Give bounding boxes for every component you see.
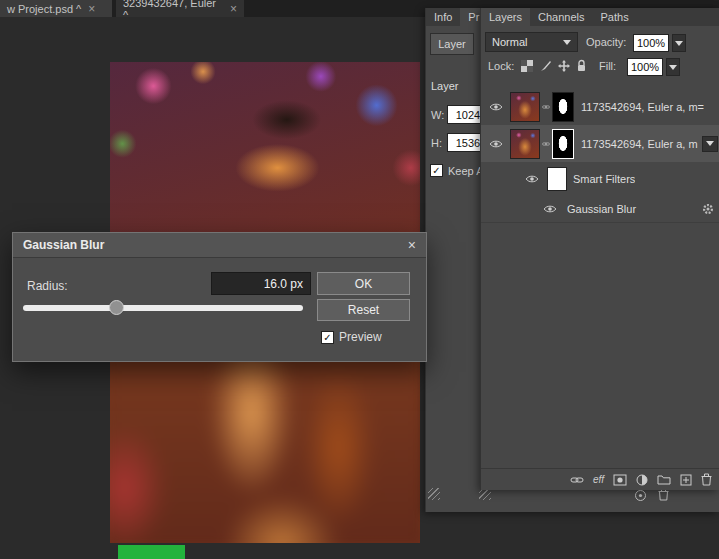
- mask-thumbnail[interactable]: [552, 129, 574, 159]
- app-window: w Project.psd ^ × 3239432647, Euler ^ × …: [0, 0, 719, 559]
- close-icon[interactable]: ×: [408, 237, 416, 253]
- link-icon: [542, 103, 550, 111]
- radius-input[interactable]: 16.0 px: [211, 272, 311, 295]
- gaussian-blur-filter-row[interactable]: Gaussian Blur: [481, 196, 719, 223]
- opacity-label: Opacity:: [586, 36, 626, 48]
- adjustment-layer-icon[interactable]: [636, 474, 648, 486]
- fill-stepper[interactable]: [666, 58, 680, 76]
- doc-tab-project[interactable]: w Project.psd ^ ×: [0, 0, 112, 17]
- radius-label: Radius:: [27, 279, 68, 293]
- lock-move-icon[interactable]: [558, 60, 570, 72]
- check-icon: ✓: [323, 332, 331, 343]
- blend-mode-value: Normal: [492, 36, 527, 48]
- add-mask-icon[interactable]: [613, 474, 627, 486]
- layer-row[interactable]: 1173542694, Euler a, m=: [481, 88, 719, 125]
- blend-mode-select[interactable]: Normal: [485, 32, 578, 52]
- trash-icon[interactable]: [701, 473, 712, 486]
- panel-resize-grip[interactable]: [428, 488, 440, 500]
- close-icon[interactable]: ×: [88, 3, 95, 15]
- radius-slider[interactable]: [23, 305, 303, 311]
- link-icon[interactable]: [570, 475, 584, 485]
- tab-layers[interactable]: Layers: [481, 8, 530, 26]
- keep-aspect-checkbox[interactable]: ✓: [430, 164, 443, 177]
- opacity-stepper[interactable]: [672, 34, 686, 52]
- slider-handle[interactable]: [109, 300, 124, 315]
- smart-filter-thumbnail[interactable]: [547, 167, 567, 191]
- ok-button[interactable]: OK: [317, 272, 410, 295]
- preview-checkbox[interactable]: ✓: [321, 331, 334, 344]
- lock-transparency-icon[interactable]: [521, 60, 533, 72]
- fill-label: Fill:: [599, 60, 616, 72]
- dialog-titlebar[interactable]: Gaussian Blur ×: [13, 233, 426, 258]
- eye-icon[interactable]: [489, 102, 503, 112]
- lock-all-icon[interactable]: [576, 59, 587, 72]
- gaussian-blur-dialog: Gaussian Blur × Radius: 16.0 px OK Reset…: [12, 232, 427, 362]
- opacity-field[interactable]: 100%: [633, 34, 669, 52]
- eye-icon[interactable]: [543, 204, 557, 214]
- smart-filters-label: Smart Filters: [573, 173, 635, 185]
- reset-button[interactable]: Reset: [317, 299, 410, 321]
- gear-icon[interactable]: [702, 203, 714, 215]
- height-label: H:: [431, 137, 442, 149]
- lock-label: Lock:: [488, 60, 514, 72]
- fx-icon[interactable]: eff: [593, 474, 604, 485]
- doc-tab-euler[interactable]: 3239432647, Euler ^ ×: [116, 0, 244, 17]
- width-label: W:: [431, 109, 444, 121]
- layer-name[interactable]: 1173542694, Euler a, m=: [581, 101, 704, 113]
- layers-panel: Layers Channels Paths Normal Opacity: 10…: [480, 8, 719, 490]
- green-bar: [118, 545, 185, 559]
- mask-thumbnail[interactable]: [552, 92, 574, 122]
- lock-paint-brush-icon[interactable]: [540, 60, 552, 72]
- chevron-down-icon: [675, 41, 683, 46]
- tab-channels[interactable]: Channels: [530, 8, 592, 26]
- preview-row: ✓ Preview: [321, 330, 382, 344]
- chevron-down-icon: [669, 65, 677, 70]
- new-layer-icon[interactable]: [680, 474, 692, 486]
- layer-thumbnail[interactable]: [510, 92, 540, 122]
- tab-paths[interactable]: Paths: [593, 8, 637, 26]
- properties-layer-tab[interactable]: Layer: [430, 33, 474, 55]
- check-icon: ✓: [432, 165, 440, 176]
- folder-icon[interactable]: [657, 474, 671, 485]
- target-circle-icon[interactable]: [634, 489, 647, 502]
- doc-tab-label: w Project.psd ^: [7, 3, 81, 15]
- layer-section-heading: Layer: [431, 80, 459, 92]
- eye-icon[interactable]: [489, 139, 503, 149]
- tab-info[interactable]: Info: [426, 8, 460, 26]
- layer-row-selected[interactable]: 1173542694, Euler a, m: [481, 125, 719, 162]
- layer-thumbnail[interactable]: [510, 129, 540, 159]
- layers-bottom-toolbar: eff: [481, 468, 719, 490]
- close-icon[interactable]: ×: [230, 3, 237, 15]
- fill-field[interactable]: 100%: [627, 58, 663, 76]
- link-icon: [542, 140, 550, 148]
- chevron-down-icon: [563, 40, 571, 45]
- dialog-title: Gaussian Blur: [23, 238, 104, 252]
- chevron-down-icon[interactable]: [702, 136, 718, 152]
- layer-name[interactable]: 1173542694, Euler a, m: [581, 138, 702, 150]
- layers-panel-header: Layers Channels Paths: [481, 8, 719, 26]
- eye-icon[interactable]: [525, 174, 539, 184]
- filter-name[interactable]: Gaussian Blur: [567, 203, 702, 215]
- smart-filters-row[interactable]: Smart Filters: [481, 163, 719, 195]
- preview-label: Preview: [339, 330, 382, 344]
